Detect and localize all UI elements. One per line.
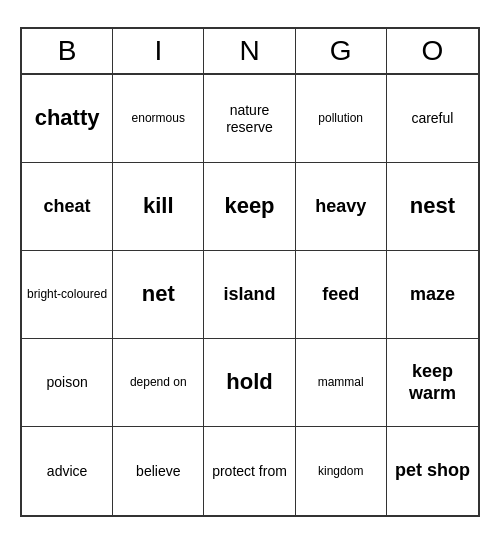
- header-letter: O: [387, 29, 478, 73]
- bingo-cell: pet shop: [387, 427, 478, 515]
- cell-text: feed: [322, 284, 359, 306]
- cell-text: hold: [226, 369, 272, 395]
- cell-text: mammal: [318, 375, 364, 389]
- cell-text: advice: [47, 463, 87, 480]
- cell-text: enormous: [132, 111, 185, 125]
- bingo-cell: pollution: [296, 75, 387, 163]
- bingo-cell: enormous: [113, 75, 204, 163]
- header-letter: G: [296, 29, 387, 73]
- bingo-header: BINGO: [22, 29, 478, 75]
- bingo-cell: poison: [22, 339, 113, 427]
- bingo-cell: kill: [113, 163, 204, 251]
- bingo-cell: hold: [204, 339, 295, 427]
- cell-text: cheat: [44, 196, 91, 218]
- bingo-cell: maze: [387, 251, 478, 339]
- cell-text: poison: [46, 374, 87, 391]
- cell-text: depend on: [130, 375, 187, 389]
- cell-text: heavy: [315, 196, 366, 218]
- bingo-cell: advice: [22, 427, 113, 515]
- bingo-card: BINGO chattyenormousnature reservepollut…: [20, 27, 480, 517]
- cell-text: kingdom: [318, 464, 363, 478]
- cell-text: kill: [143, 193, 174, 219]
- bingo-cell: nest: [387, 163, 478, 251]
- bingo-cell: keep warm: [387, 339, 478, 427]
- cell-text: maze: [410, 284, 455, 306]
- cell-text: nest: [410, 193, 455, 219]
- header-letter: B: [22, 29, 113, 73]
- bingo-cell: careful: [387, 75, 478, 163]
- bingo-cell: believe: [113, 427, 204, 515]
- bingo-cell: island: [204, 251, 295, 339]
- header-letter: N: [204, 29, 295, 73]
- bingo-cell: keep: [204, 163, 295, 251]
- bingo-cell: cheat: [22, 163, 113, 251]
- bingo-cell: heavy: [296, 163, 387, 251]
- cell-text: net: [142, 281, 175, 307]
- bingo-cell: chatty: [22, 75, 113, 163]
- header-letter: I: [113, 29, 204, 73]
- bingo-cell: net: [113, 251, 204, 339]
- cell-text: careful: [411, 110, 453, 127]
- bingo-cell: kingdom: [296, 427, 387, 515]
- cell-text: island: [223, 284, 275, 306]
- cell-text: protect from: [212, 463, 287, 480]
- bingo-cell: mammal: [296, 339, 387, 427]
- cell-text: pet shop: [395, 460, 470, 482]
- bingo-cell: protect from: [204, 427, 295, 515]
- bingo-grid: chattyenormousnature reservepollutioncar…: [22, 75, 478, 515]
- cell-text: keep warm: [391, 361, 474, 404]
- cell-text: keep: [224, 193, 274, 219]
- cell-text: believe: [136, 463, 180, 480]
- bingo-cell: bright-coloured: [22, 251, 113, 339]
- cell-text: chatty: [35, 105, 100, 131]
- bingo-cell: depend on: [113, 339, 204, 427]
- bingo-cell: feed: [296, 251, 387, 339]
- cell-text: pollution: [318, 111, 363, 125]
- cell-text: bright-coloured: [27, 287, 107, 301]
- bingo-cell: nature reserve: [204, 75, 295, 163]
- cell-text: nature reserve: [208, 102, 290, 136]
